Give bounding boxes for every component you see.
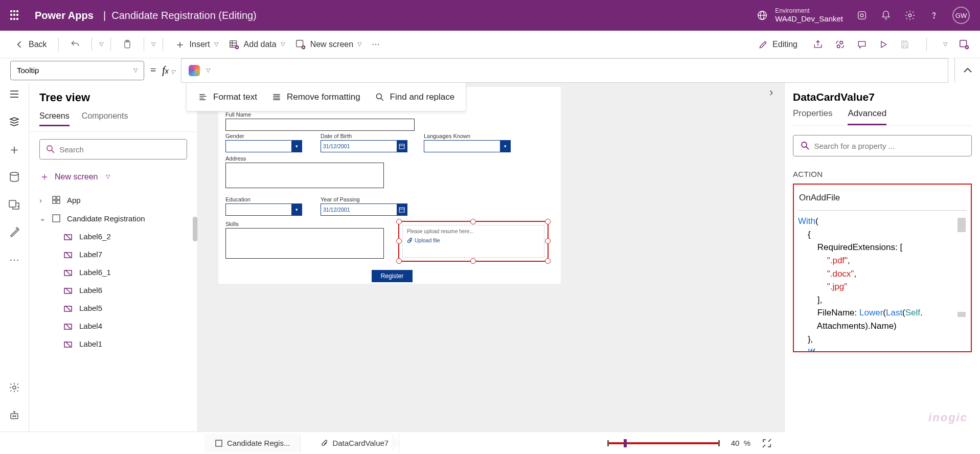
insert-button[interactable]: ＋ Insert ▽ [170, 34, 222, 55]
tree-search-input[interactable] [59, 145, 180, 154]
more-rail-icon[interactable]: ⋯ [8, 254, 20, 266]
environment-picker[interactable]: Environment WA4D_Dev_Sanket [757, 7, 843, 24]
section-action: ACTION [793, 170, 972, 178]
bot-rail-icon[interactable] [8, 409, 20, 421]
svg-point-5 [933, 17, 934, 18]
remove-formatting-button[interactable]: Remove formatting [271, 92, 360, 102]
svg-rect-30 [53, 215, 60, 222]
copilot-header-icon[interactable] [856, 10, 868, 21]
tab-properties[interactable]: Properties [793, 108, 832, 125]
svg-point-25 [47, 146, 52, 151]
find-replace-button[interactable]: Find and replace [375, 92, 455, 102]
undo-button[interactable] [66, 36, 84, 53]
add-data-button[interactable]: Add data ▽ [224, 36, 289, 53]
fit-icon[interactable] [762, 438, 772, 448]
tools-rail-icon[interactable] [8, 226, 20, 238]
breadcrumb-control[interactable]: DataCardValue7 [311, 434, 399, 452]
input-fullname[interactable] [225, 119, 415, 131]
save-chevron[interactable]: ▽ [943, 41, 947, 48]
svg-rect-2 [858, 12, 866, 19]
tab-screens[interactable]: Screens [39, 111, 70, 126]
comment-icon[interactable] [857, 39, 867, 50]
tree-label1[interactable]: Label1 [29, 335, 197, 353]
attach-upload[interactable]: Upload file [403, 236, 544, 244]
back-button[interactable]: Back [10, 36, 51, 53]
settings-rail-icon[interactable] [8, 381, 20, 394]
media-rail-icon[interactable] [8, 198, 20, 211]
tree-label4[interactable]: Label4 [29, 317, 197, 335]
bell-icon[interactable] [881, 10, 891, 20]
formula-code[interactable]: With( { RequiredExtensions: [ ".pdf", ".… [798, 210, 967, 352]
publish-icon[interactable] [959, 39, 970, 50]
tab-components[interactable]: Components [82, 111, 128, 126]
attach-hint: Please upload resume here... [403, 225, 544, 236]
zoom-slider[interactable] [607, 442, 720, 444]
expand-props-icon[interactable]: › [769, 86, 773, 99]
selected-control: DataCardValue7 [793, 88, 972, 108]
breadcrumb-screen[interactable]: Candidate Regis... [204, 434, 301, 452]
tree-screen[interactable]: ⌄ Candidate Registration [29, 209, 197, 228]
tree-label6[interactable]: Label6 [29, 281, 197, 299]
onaddfile-box: OnAddFile With( { RequiredExtensions: [ … [793, 184, 972, 352]
overflow-button[interactable]: ⋯ [368, 36, 384, 52]
undo-chevron[interactable]: ▽ [99, 41, 103, 48]
dropdown-gender[interactable]: ▾ [225, 140, 302, 152]
property-search-input[interactable] [814, 142, 964, 150]
input-address[interactable] [225, 163, 384, 188]
svg-point-40 [802, 142, 807, 147]
svg-rect-22 [11, 414, 18, 419]
tree-view-icon[interactable] [8, 116, 20, 128]
svg-rect-14 [903, 45, 907, 48]
fx-label: fx▽ [162, 64, 175, 76]
data-rail-icon[interactable] [8, 171, 20, 183]
play-icon[interactable] [878, 39, 888, 50]
tree-app[interactable]: › App [29, 191, 197, 209]
dropdown-education[interactable]: ▾ [225, 203, 302, 216]
format-text-button[interactable]: Format text [198, 92, 257, 102]
gear-icon[interactable] [904, 10, 916, 21]
help-icon[interactable] [929, 10, 939, 20]
svg-point-19 [10, 172, 18, 175]
property-search[interactable] [793, 135, 972, 156]
tree-search[interactable] [39, 139, 187, 160]
left-rail: ＋ ⋯ [0, 83, 29, 432]
tree-label5[interactable]: Label5 [29, 299, 197, 317]
datepicker-yop[interactable]: 31/12/2001 [321, 203, 407, 216]
property-selector[interactable]: Tooltip ▽ [10, 61, 144, 80]
editing-mode[interactable]: Editing [754, 36, 802, 53]
label-lang: Languages Known [424, 133, 511, 139]
svg-rect-41 [216, 440, 222, 446]
waffle-icon[interactable] [10, 10, 20, 20]
svg-rect-26 [53, 196, 56, 199]
tab-advanced[interactable]: Advanced [848, 108, 886, 125]
register-button[interactable]: Register [372, 270, 413, 282]
svg-rect-15 [903, 41, 906, 43]
insert-rail-icon[interactable]: ＋ [8, 143, 20, 155]
label-skills: Skills [225, 221, 384, 227]
tree-label6-1[interactable]: Label6_1 [29, 263, 197, 281]
canvas[interactable]: Candidate Registration Form Full Name Ge… [218, 87, 561, 284]
tree-label7[interactable]: Label7 [29, 245, 197, 263]
checker-icon[interactable] [834, 39, 846, 50]
formula-input[interactable]: ▽ [181, 58, 948, 83]
tree-label6-2[interactable]: Label6_2 [29, 228, 197, 245]
paste-button[interactable] [118, 36, 136, 53]
watermark: inogic [928, 411, 968, 424]
hamburger-icon[interactable] [8, 88, 20, 100]
code-scrollbar[interactable] [958, 216, 966, 352]
dropdown-lang[interactable]: ▾ [424, 140, 511, 152]
input-skills[interactable] [225, 228, 384, 259]
datepicker-dob[interactable]: 31/12/2001 [321, 140, 407, 152]
svg-rect-16 [960, 40, 967, 47]
new-screen-button[interactable]: New screen ▽ [291, 36, 366, 53]
copilot-fx-icon[interactable] [189, 65, 200, 76]
avatar[interactable]: GW [952, 7, 970, 24]
attachment-control-selected[interactable]: Please upload resume here... Upload file [398, 221, 549, 262]
save-icon[interactable] [900, 39, 910, 50]
app-name: Power Apps [35, 10, 94, 21]
tree-new-screen[interactable]: ＋ New screen ▽ [29, 167, 197, 187]
expand-formula-button[interactable] [954, 58, 980, 83]
tree-title: Tree view [29, 89, 197, 111]
paste-chevron[interactable]: ▽ [151, 41, 155, 48]
share-icon[interactable] [813, 39, 823, 50]
